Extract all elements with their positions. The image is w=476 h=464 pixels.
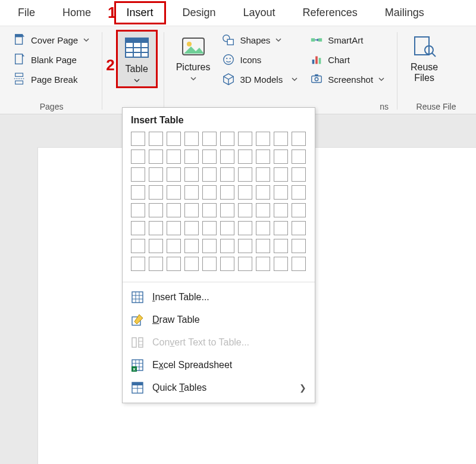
menu-excel-spreadsheet[interactable]: x Excel Spreadsheet [123,354,315,376]
tab-design[interactable]: Design [172,3,227,23]
grid-cell[interactable] [184,132,199,146]
smartart-button[interactable]: SmartArt [308,32,387,48]
menu-quick-tables[interactable]: Quick Tables ❯ [123,376,315,399]
grid-cell[interactable] [131,257,145,271]
grid-cell[interactable] [274,132,288,146]
grid-cell[interactable] [202,221,217,235]
grid-cell[interactable] [256,150,270,164]
grid-cell[interactable] [131,150,145,164]
blank-page-button[interactable]: Blank Page [11,52,92,67]
grid-cell[interactable] [292,132,306,146]
grid-cell[interactable] [167,221,181,235]
page-break-button[interactable]: Page Break [11,71,92,87]
grid-cell[interactable] [292,257,306,271]
grid-cell[interactable] [184,239,199,253]
grid-cell[interactable] [131,221,145,235]
grid-cell[interactable] [220,203,234,217]
grid-cell[interactable] [292,167,306,182]
grid-cell[interactable] [274,150,288,164]
icons-button[interactable]: Icons [220,52,300,67]
grid-cell[interactable] [274,167,288,182]
grid-cell[interactable] [274,203,288,217]
grid-cell[interactable] [238,167,252,182]
grid-cell[interactable] [238,132,252,146]
grid-cell[interactable] [149,257,163,271]
grid-cell[interactable] [202,150,217,164]
tab-layout[interactable]: Layout [233,3,286,23]
grid-cell[interactable] [167,239,181,253]
grid-cell[interactable] [238,239,252,253]
grid-cell[interactable] [220,257,234,271]
grid-cell[interactable] [184,257,199,271]
grid-cell[interactable] [149,221,163,235]
reuse-files-button[interactable]: Reuse Files [403,30,445,86]
tab-home[interactable]: Home [52,3,102,23]
grid-cell[interactable] [149,150,163,164]
grid-cell[interactable] [149,167,163,182]
tab-mailings[interactable]: Mailings [374,3,435,23]
grid-cell[interactable] [131,132,145,146]
grid-cell[interactable] [220,150,234,164]
menu-draw-table[interactable]: Draw Table [123,309,315,331]
grid-cell[interactable] [202,185,217,200]
grid-cell[interactable] [131,185,145,200]
grid-cell[interactable] [256,221,270,235]
grid-cell[interactable] [292,185,306,200]
grid-cell[interactable] [167,185,181,200]
grid-cell[interactable] [202,257,217,271]
chart-button[interactable]: Chart [308,52,387,67]
grid-cell[interactable] [202,239,217,253]
grid-cell[interactable] [167,167,181,182]
grid-cell[interactable] [238,257,252,271]
grid-cell[interactable] [238,150,252,164]
pictures-button[interactable]: Pictures [170,30,217,85]
grid-cell[interactable] [131,167,145,182]
grid-cell[interactable] [202,167,217,182]
grid-cell[interactable] [202,132,217,146]
grid-cell[interactable] [238,185,252,200]
grid-cell[interactable] [184,167,199,182]
grid-cell[interactable] [292,203,306,217]
grid-cell[interactable] [184,221,199,235]
grid-cell[interactable] [131,239,145,253]
grid-cell[interactable] [220,239,234,253]
grid-cell[interactable] [274,185,288,200]
menu-insert-table[interactable]: IInsert Table...nsert Table... [123,286,315,309]
shapes-button[interactable]: Shapes [220,32,300,48]
grid-cell[interactable] [167,257,181,271]
grid-cell[interactable] [256,257,270,271]
grid-cell[interactable] [167,150,181,164]
grid-cell[interactable] [220,167,234,182]
grid-cell[interactable] [184,150,199,164]
grid-cell[interactable] [274,239,288,253]
grid-cell[interactable] [238,221,252,235]
grid-cell[interactable] [149,239,163,253]
grid-cell[interactable] [292,221,306,235]
grid-cell[interactable] [220,132,234,146]
grid-cell[interactable] [220,185,234,200]
grid-cell[interactable] [167,132,181,146]
grid-cell[interactable] [131,203,145,217]
grid-cell[interactable] [256,185,270,200]
grid-cell[interactable] [149,132,163,146]
grid-cell[interactable] [292,239,306,253]
grid-cell[interactable] [256,239,270,253]
table-size-grid[interactable] [123,132,315,279]
grid-cell[interactable] [184,185,199,200]
grid-cell[interactable] [292,150,306,164]
grid-cell[interactable] [274,221,288,235]
tab-file[interactable]: File [7,3,46,23]
screenshot-button[interactable]: Screenshot [308,71,387,87]
grid-cell[interactable] [149,203,163,217]
grid-cell[interactable] [256,132,270,146]
tab-insert[interactable]: Insert [114,1,166,24]
tab-references[interactable]: References [292,3,368,23]
grid-cell[interactable] [184,203,199,217]
grid-cell[interactable] [274,257,288,271]
grid-cell[interactable] [238,203,252,217]
grid-cell[interactable] [167,203,181,217]
grid-cell[interactable] [256,203,270,217]
grid-cell[interactable] [220,221,234,235]
grid-cell[interactable] [202,203,217,217]
table-button[interactable]: Table [116,30,158,88]
